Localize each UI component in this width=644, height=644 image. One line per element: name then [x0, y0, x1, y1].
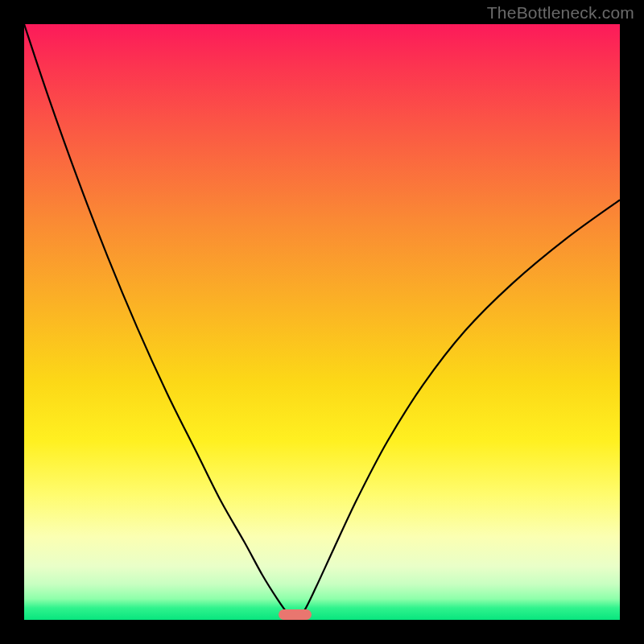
- bottleneck-curve: [24, 24, 620, 620]
- chart-frame: TheBottleneck.com: [0, 0, 644, 644]
- plot-area: [24, 24, 620, 620]
- watermark-text: TheBottleneck.com: [487, 3, 634, 23]
- curve-layer: [24, 24, 620, 620]
- optimum-marker: [279, 609, 312, 620]
